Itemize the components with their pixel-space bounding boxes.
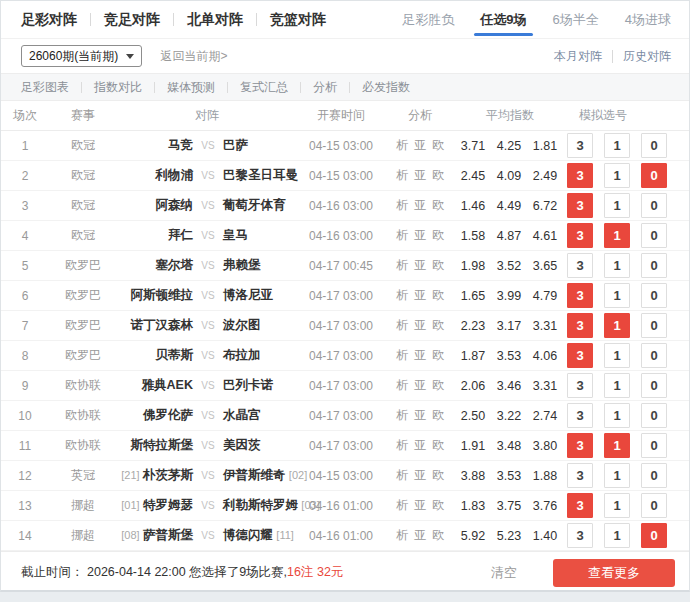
analysis-link[interactable]: 析	[396, 437, 408, 454]
pick-button-1[interactable]: 1	[604, 223, 630, 248]
asia-odds-link[interactable]: 亚	[414, 287, 426, 304]
analysis-link[interactable]: 析	[396, 287, 408, 304]
pick-button-0[interactable]: 0	[641, 283, 667, 308]
pick-button-1[interactable]: 1	[604, 193, 630, 218]
europe-odds-link[interactable]: 欧	[432, 167, 444, 184]
pick-button-0[interactable]: 0	[641, 523, 667, 548]
subtab-media-predict[interactable]: 媒体预测	[167, 79, 215, 96]
pick-button-0[interactable]: 0	[641, 253, 667, 278]
subtab-bifa-index[interactable]: 必发指数	[362, 79, 410, 96]
analysis-link[interactable]: 析	[396, 377, 408, 394]
pick-button-1[interactable]: 1	[604, 403, 630, 428]
pick-button-3[interactable]: 3	[567, 493, 593, 518]
subtab-chart[interactable]: 足彩图表	[21, 79, 69, 96]
pick-button-0[interactable]: 0	[641, 133, 667, 158]
pick-button-0[interactable]: 0	[641, 433, 667, 458]
pick-button-3[interactable]: 3	[567, 163, 593, 188]
pick-button-0[interactable]: 0	[641, 193, 667, 218]
pick-button-1[interactable]: 1	[604, 163, 630, 188]
pick-button-1[interactable]: 1	[604, 523, 630, 548]
pick-button-1[interactable]: 1	[604, 433, 630, 458]
pick-button-3[interactable]: 3	[567, 193, 593, 218]
pick-button-1[interactable]: 1	[604, 343, 630, 368]
analysis-link[interactable]: 析	[396, 317, 408, 334]
view-more-button[interactable]: 查看更多	[553, 559, 675, 587]
asia-odds-link[interactable]: 亚	[414, 377, 426, 394]
analysis-link[interactable]: 析	[396, 347, 408, 364]
analysis-link[interactable]: 析	[396, 497, 408, 514]
pick-button-0[interactable]: 0	[641, 463, 667, 488]
asia-odds-link[interactable]: 亚	[414, 137, 426, 154]
pick-button-3[interactable]: 3	[567, 253, 593, 278]
subtab-multi-summary[interactable]: 复式汇总	[240, 79, 288, 96]
analysis-link[interactable]: 析	[396, 137, 408, 154]
europe-odds-link[interactable]: 欧	[432, 317, 444, 334]
pick-button-1[interactable]: 1	[604, 313, 630, 338]
europe-odds-link[interactable]: 欧	[432, 437, 444, 454]
asia-odds-link[interactable]: 亚	[414, 497, 426, 514]
back-to-current-link[interactable]: 返回当前期>	[160, 48, 227, 65]
clear-button[interactable]: 清空	[491, 564, 517, 582]
pick-button-3[interactable]: 3	[567, 313, 593, 338]
pick-button-1[interactable]: 1	[604, 493, 630, 518]
analysis-link[interactable]: 析	[396, 527, 408, 544]
europe-odds-link[interactable]: 欧	[432, 527, 444, 544]
pick-button-3[interactable]: 3	[567, 433, 593, 458]
subtab-analysis[interactable]: 分析	[313, 79, 337, 96]
pick-button-0[interactable]: 0	[641, 313, 667, 338]
europe-odds-link[interactable]: 欧	[432, 347, 444, 364]
asia-odds-link[interactable]: 亚	[414, 347, 426, 364]
asia-odds-link[interactable]: 亚	[414, 437, 426, 454]
pick-button-3[interactable]: 3	[567, 133, 593, 158]
europe-odds-link[interactable]: 欧	[432, 137, 444, 154]
europe-odds-link[interactable]: 欧	[432, 287, 444, 304]
pick-button-0[interactable]: 0	[641, 373, 667, 398]
tab-jinqiu[interactable]: 4场进球	[625, 1, 671, 39]
pick-button-3[interactable]: 3	[567, 463, 593, 488]
europe-odds-link[interactable]: 欧	[432, 407, 444, 424]
pick-button-3[interactable]: 3	[567, 373, 593, 398]
asia-odds-link[interactable]: 亚	[414, 407, 426, 424]
asia-odds-link[interactable]: 亚	[414, 257, 426, 274]
europe-odds-link[interactable]: 欧	[432, 227, 444, 244]
asia-odds-link[interactable]: 亚	[414, 167, 426, 184]
analysis-link[interactable]: 析	[396, 407, 408, 424]
analysis-link[interactable]: 析	[396, 467, 408, 484]
nav-jingzu-duizhen[interactable]: 竞足对阵	[104, 11, 160, 29]
pick-button-1[interactable]: 1	[604, 133, 630, 158]
tab-shengfu[interactable]: 足彩胜负	[402, 1, 454, 39]
pick-button-3[interactable]: 3	[567, 223, 593, 248]
analysis-link[interactable]: 析	[396, 257, 408, 274]
nav-zucai-duizhen[interactable]: 足彩对阵	[21, 11, 77, 29]
analysis-link[interactable]: 析	[396, 227, 408, 244]
asia-odds-link[interactable]: 亚	[414, 467, 426, 484]
nav-beidan-duizhen[interactable]: 北单对阵	[187, 11, 243, 29]
europe-odds-link[interactable]: 欧	[432, 377, 444, 394]
pick-button-0[interactable]: 0	[641, 493, 667, 518]
pick-button-0[interactable]: 0	[641, 403, 667, 428]
europe-odds-link[interactable]: 欧	[432, 197, 444, 214]
pick-button-3[interactable]: 3	[567, 343, 593, 368]
asia-odds-link[interactable]: 亚	[414, 227, 426, 244]
europe-odds-link[interactable]: 欧	[432, 467, 444, 484]
analysis-link[interactable]: 析	[396, 197, 408, 214]
subtab-odds-compare[interactable]: 指数对比	[94, 79, 142, 96]
europe-odds-link[interactable]: 欧	[432, 257, 444, 274]
europe-odds-link[interactable]: 欧	[432, 497, 444, 514]
month-matches-link[interactable]: 本月对阵	[554, 48, 602, 65]
pick-button-3[interactable]: 3	[567, 523, 593, 548]
history-matches-link[interactable]: 历史对阵	[623, 48, 671, 65]
tab-banquan[interactable]: 6场半全	[553, 1, 599, 39]
period-dropdown[interactable]: 26060期(当前期)	[21, 45, 142, 67]
asia-odds-link[interactable]: 亚	[414, 527, 426, 544]
tab-renxuan9[interactable]: 任选9场	[480, 1, 526, 39]
analysis-link[interactable]: 析	[396, 167, 408, 184]
pick-button-0[interactable]: 0	[641, 163, 667, 188]
pick-button-3[interactable]: 3	[567, 283, 593, 308]
pick-button-0[interactable]: 0	[641, 223, 667, 248]
nav-jinglan-duizhen[interactable]: 竞篮对阵	[270, 11, 326, 29]
asia-odds-link[interactable]: 亚	[414, 197, 426, 214]
pick-button-1[interactable]: 1	[604, 463, 630, 488]
pick-button-1[interactable]: 1	[604, 253, 630, 278]
asia-odds-link[interactable]: 亚	[414, 317, 426, 334]
